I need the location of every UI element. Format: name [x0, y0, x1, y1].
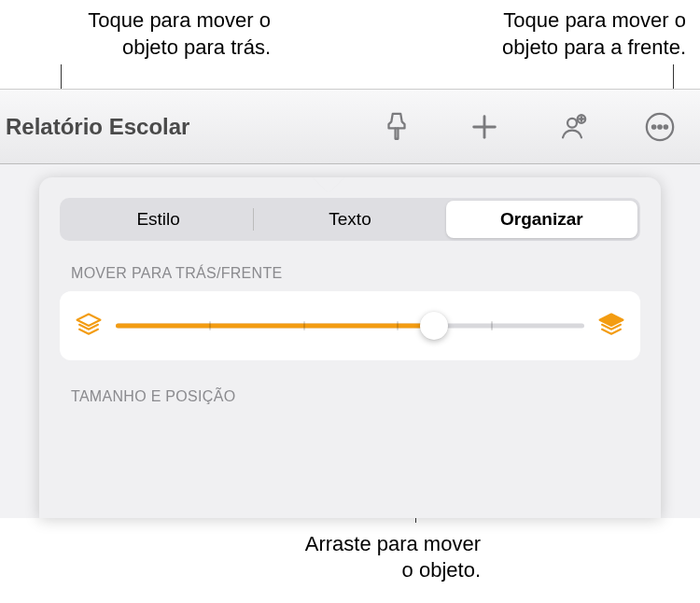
slider-tick: [303, 321, 305, 330]
add-icon[interactable]: [469, 111, 500, 143]
tab-text[interactable]: Texto: [254, 201, 445, 238]
svg-point-8: [658, 125, 661, 128]
svg-point-2: [567, 118, 577, 127]
format-brush-icon[interactable]: [381, 111, 413, 143]
collaborate-icon[interactable]: [556, 111, 588, 143]
section-size-position: TAMANHO E POSIÇÃO: [71, 388, 629, 405]
callout-drag: Arraste para mover o objeto.: [294, 531, 481, 584]
slider-tick: [397, 321, 399, 330]
slider-thumb[interactable]: [420, 312, 448, 340]
document-title[interactable]: Relatório Escolar: [6, 114, 189, 140]
section-move-back-front: MOVER PARA TRÁS/FRENTE: [71, 265, 629, 282]
toolbar: Relatório Escolar: [0, 90, 700, 164]
panel-arrow: [313, 177, 344, 193]
layer-slider[interactable]: [116, 313, 584, 339]
toolbar-icons: [381, 111, 687, 143]
callout-front: Toque para mover o objeto para a frente.: [462, 7, 686, 61]
tab-style[interactable]: Estilo: [63, 201, 254, 238]
slider-tick: [209, 321, 211, 330]
format-panel: Estilo Texto Organizar MOVER PARA TRÁS/F…: [39, 177, 661, 518]
slider-track-fill: [116, 324, 434, 329]
app-frame: Relatório Escolar: [0, 89, 700, 518]
callout-back: Toque para mover o objeto para trás.: [47, 7, 271, 61]
tab-arrange[interactable]: Organizar: [446, 201, 637, 238]
slider-tick: [491, 321, 493, 330]
move-backward-icon[interactable]: [73, 310, 105, 342]
tab-bar: Estilo Texto Organizar: [60, 198, 640, 241]
layer-slider-row: [60, 291, 640, 360]
move-forward-icon[interactable]: [595, 310, 627, 342]
svg-point-9: [665, 125, 667, 128]
more-icon[interactable]: [644, 111, 676, 143]
svg-point-7: [652, 125, 655, 128]
